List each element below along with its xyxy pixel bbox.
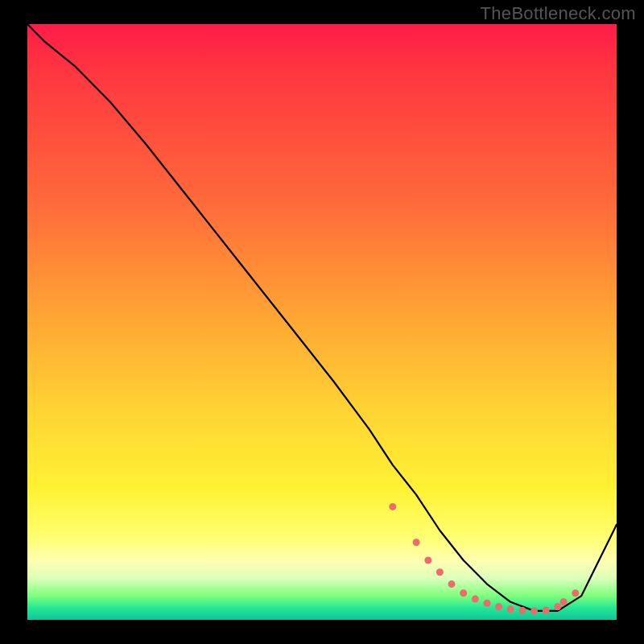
marker-dot — [518, 607, 526, 614]
marker-dot — [507, 605, 514, 613]
marker-dot — [413, 539, 420, 546]
curve-path — [27, 24, 617, 611]
marker-dot — [560, 598, 568, 605]
gradient-plot-area — [27, 24, 617, 620]
watermark-text: TheBottleneck.com — [481, 3, 636, 24]
marker-dot — [436, 568, 444, 576]
marker-dot — [543, 607, 550, 614]
marker-dot — [424, 557, 431, 564]
chart-frame: TheBottleneck.com — [0, 0, 644, 644]
marker-dot — [554, 603, 561, 610]
marker-dot — [472, 596, 479, 603]
curve-layer — [27, 24, 617, 620]
marker-dot — [484, 600, 491, 607]
marker-dot — [448, 580, 456, 588]
marker-group — [389, 503, 579, 615]
marker-dot — [530, 607, 538, 614]
marker-dot — [460, 589, 467, 597]
marker-dot — [389, 503, 396, 510]
marker-dot — [495, 603, 502, 610]
marker-dot — [572, 589, 579, 597]
